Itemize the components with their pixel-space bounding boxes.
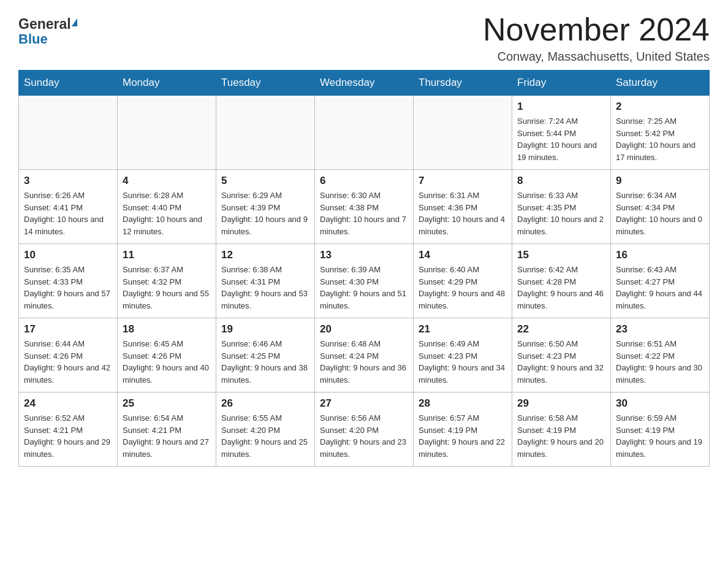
day-info: Sunrise: 6:26 AMSunset: 4:41 PMDaylight:… — [24, 190, 112, 237]
day-info: Sunrise: 6:48 AMSunset: 4:24 PMDaylight:… — [320, 338, 408, 386]
calendar-day-cell: 18Sunrise: 6:45 AMSunset: 4:26 PMDayligh… — [118, 318, 216, 393]
day-info: Sunrise: 6:46 AMSunset: 4:25 PMDaylight:… — [221, 338, 309, 386]
calendar-day-cell — [216, 96, 315, 170]
calendar-day-cell: 23Sunrise: 6:51 AMSunset: 4:22 PMDayligh… — [611, 318, 710, 393]
day-number: 22 — [517, 323, 605, 335]
calendar-day-cell — [315, 96, 414, 170]
day-number: 12 — [221, 249, 309, 261]
calendar-day-cell — [19, 96, 118, 170]
page-header: General Blue November 2024 Conway, Massa… — [18, 12, 710, 64]
calendar-day-cell: 15Sunrise: 6:42 AMSunset: 4:28 PMDayligh… — [512, 244, 611, 318]
day-number: 26 — [221, 397, 309, 410]
calendar-day-cell: 8Sunrise: 6:33 AMSunset: 4:35 PMDaylight… — [512, 170, 611, 244]
day-info: Sunrise: 6:52 AMSunset: 4:21 PMDaylight:… — [24, 412, 112, 460]
day-info: Sunrise: 6:40 AMSunset: 4:29 PMDaylight:… — [419, 264, 507, 312]
calendar-day-cell: 20Sunrise: 6:48 AMSunset: 4:24 PMDayligh… — [315, 318, 414, 393]
calendar-day-cell: 13Sunrise: 6:39 AMSunset: 4:30 PMDayligh… — [315, 244, 414, 318]
day-number: 20 — [320, 323, 408, 335]
day-info: Sunrise: 6:28 AMSunset: 4:40 PMDaylight:… — [123, 190, 211, 237]
day-of-week-header: Friday — [512, 71, 611, 96]
calendar-day-cell: 11Sunrise: 6:37 AMSunset: 4:32 PMDayligh… — [118, 244, 216, 318]
calendar-day-cell: 6Sunrise: 6:30 AMSunset: 4:38 PMDaylight… — [315, 170, 414, 244]
day-info: Sunrise: 6:50 AMSunset: 4:23 PMDaylight:… — [517, 338, 605, 386]
calendar-day-cell — [414, 96, 512, 170]
day-number: 5 — [221, 175, 309, 187]
calendar-day-cell: 14Sunrise: 6:40 AMSunset: 4:29 PMDayligh… — [414, 244, 512, 318]
logo-general-text: General — [18, 16, 71, 33]
location-subtitle: Conway, Massachusetts, United States — [483, 50, 710, 64]
logo: General Blue — [18, 12, 77, 47]
day-number: 30 — [616, 397, 704, 410]
calendar-day-cell: 22Sunrise: 6:50 AMSunset: 4:23 PMDayligh… — [512, 318, 611, 393]
day-info: Sunrise: 6:39 AMSunset: 4:30 PMDaylight:… — [320, 264, 408, 312]
calendar-day-cell: 2Sunrise: 7:25 AMSunset: 5:42 PMDaylight… — [611, 96, 710, 170]
calendar-day-cell: 7Sunrise: 6:31 AMSunset: 4:36 PMDaylight… — [414, 170, 512, 244]
calendar-header-row: SundayMondayTuesdayWednesdayThursdayFrid… — [19, 71, 710, 96]
day-number: 24 — [24, 397, 112, 410]
calendar-day-cell: 21Sunrise: 6:49 AMSunset: 4:23 PMDayligh… — [414, 318, 512, 393]
day-number: 29 — [517, 397, 605, 410]
day-info: Sunrise: 7:24 AMSunset: 5:44 PMDaylight:… — [517, 115, 605, 163]
calendar-week-row: 24Sunrise: 6:52 AMSunset: 4:21 PMDayligh… — [19, 393, 710, 467]
day-info: Sunrise: 6:57 AMSunset: 4:19 PMDaylight:… — [419, 412, 507, 460]
day-number: 1 — [517, 101, 605, 113]
day-info: Sunrise: 6:31 AMSunset: 4:36 PMDaylight:… — [419, 190, 507, 237]
month-title: November 2024 — [483, 12, 710, 47]
day-info: Sunrise: 6:58 AMSunset: 4:19 PMDaylight:… — [517, 412, 605, 460]
calendar-day-cell: 19Sunrise: 6:46 AMSunset: 4:25 PMDayligh… — [216, 318, 315, 393]
day-number: 25 — [123, 397, 211, 410]
day-info: Sunrise: 6:56 AMSunset: 4:20 PMDaylight:… — [320, 412, 408, 460]
calendar-day-cell: 30Sunrise: 6:59 AMSunset: 4:19 PMDayligh… — [611, 393, 710, 467]
day-number: 11 — [123, 249, 211, 261]
day-info: Sunrise: 6:38 AMSunset: 4:31 PMDaylight:… — [221, 264, 309, 312]
calendar-day-cell: 28Sunrise: 6:57 AMSunset: 4:19 PMDayligh… — [414, 393, 512, 467]
day-number: 6 — [320, 175, 408, 187]
day-number: 23 — [616, 323, 704, 335]
day-info: Sunrise: 6:44 AMSunset: 4:26 PMDaylight:… — [24, 338, 112, 386]
calendar-day-cell: 3Sunrise: 6:26 AMSunset: 4:41 PMDaylight… — [19, 170, 118, 244]
title-block: November 2024 Conway, Massachusetts, Uni… — [483, 12, 710, 64]
calendar-week-row: 10Sunrise: 6:35 AMSunset: 4:33 PMDayligh… — [19, 244, 710, 318]
calendar-week-row: 3Sunrise: 6:26 AMSunset: 4:41 PMDaylight… — [19, 170, 710, 244]
calendar-day-cell: 27Sunrise: 6:56 AMSunset: 4:20 PMDayligh… — [315, 393, 414, 467]
day-of-week-header: Sunday — [19, 71, 118, 96]
day-info: Sunrise: 6:59 AMSunset: 4:19 PMDaylight:… — [616, 412, 704, 460]
day-info: Sunrise: 7:25 AMSunset: 5:42 PMDaylight:… — [616, 115, 704, 163]
logo-triangle-icon — [72, 18, 77, 26]
day-info: Sunrise: 6:54 AMSunset: 4:21 PMDaylight:… — [123, 412, 211, 460]
calendar-week-row: 17Sunrise: 6:44 AMSunset: 4:26 PMDayligh… — [19, 318, 710, 393]
day-info: Sunrise: 6:37 AMSunset: 4:32 PMDaylight:… — [123, 264, 211, 312]
day-of-week-header: Thursday — [414, 71, 512, 96]
calendar-day-cell: 26Sunrise: 6:55 AMSunset: 4:20 PMDayligh… — [216, 393, 315, 467]
calendar-day-cell: 16Sunrise: 6:43 AMSunset: 4:27 PMDayligh… — [611, 244, 710, 318]
day-number: 27 — [320, 397, 408, 410]
day-info: Sunrise: 6:29 AMSunset: 4:39 PMDaylight:… — [221, 190, 309, 237]
day-info: Sunrise: 6:43 AMSunset: 4:27 PMDaylight:… — [616, 264, 704, 312]
day-info: Sunrise: 6:51 AMSunset: 4:22 PMDaylight:… — [616, 338, 704, 386]
day-info: Sunrise: 6:34 AMSunset: 4:34 PMDaylight:… — [616, 190, 704, 237]
day-number: 18 — [123, 323, 211, 335]
day-info: Sunrise: 6:42 AMSunset: 4:28 PMDaylight:… — [517, 264, 605, 312]
calendar-day-cell: 5Sunrise: 6:29 AMSunset: 4:39 PMDaylight… — [216, 170, 315, 244]
day-number: 4 — [123, 175, 211, 187]
calendar-week-row: 1Sunrise: 7:24 AMSunset: 5:44 PMDaylight… — [19, 96, 710, 170]
day-of-week-header: Saturday — [611, 71, 710, 96]
day-number: 13 — [320, 249, 408, 261]
calendar-day-cell: 24Sunrise: 6:52 AMSunset: 4:21 PMDayligh… — [19, 393, 118, 467]
day-number: 8 — [517, 175, 605, 187]
day-info: Sunrise: 6:33 AMSunset: 4:35 PMDaylight:… — [517, 190, 605, 237]
calendar-day-cell: 25Sunrise: 6:54 AMSunset: 4:21 PMDayligh… — [118, 393, 216, 467]
day-number: 28 — [419, 397, 507, 410]
day-info: Sunrise: 6:49 AMSunset: 4:23 PMDaylight:… — [419, 338, 507, 386]
calendar-day-cell — [118, 96, 216, 170]
calendar-table: SundayMondayTuesdayWednesdayThursdayFrid… — [18, 70, 710, 467]
calendar-day-cell: 4Sunrise: 6:28 AMSunset: 4:40 PMDaylight… — [118, 170, 216, 244]
day-info: Sunrise: 6:55 AMSunset: 4:20 PMDaylight:… — [221, 412, 309, 460]
calendar-day-cell: 12Sunrise: 6:38 AMSunset: 4:31 PMDayligh… — [216, 244, 315, 318]
calendar-day-cell: 17Sunrise: 6:44 AMSunset: 4:26 PMDayligh… — [19, 318, 118, 393]
day-info: Sunrise: 6:30 AMSunset: 4:38 PMDaylight:… — [320, 190, 408, 237]
day-number: 17 — [24, 323, 112, 335]
day-of-week-header: Tuesday — [216, 71, 315, 96]
day-of-week-header: Monday — [118, 71, 216, 96]
day-number: 10 — [24, 249, 112, 261]
